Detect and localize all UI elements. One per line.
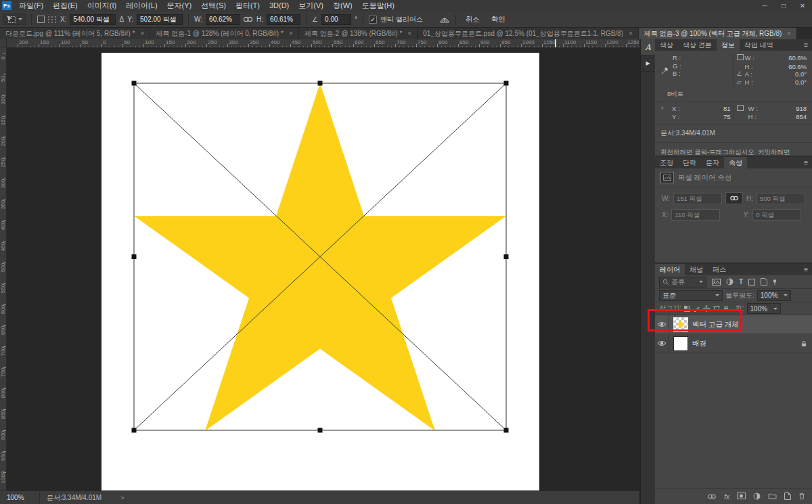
menu-item-2[interactable]: 이미지(I) [83,0,121,12]
prop-width-field[interactable]: 151 픽셀 [673,193,722,204]
tab-close-icon[interactable]: × [629,30,633,37]
tab-paths[interactable]: 패스 [708,264,731,275]
horizontal-ruler[interactable]: 2001501005005010015020025030035040045050… [0,39,639,48]
document-tab-1[interactable]: 제목 없음-1 @ 128% (레이어 0, RGB/8#) *× [150,28,298,39]
y-position-field[interactable]: 502.00 픽셀 [137,14,183,25]
menu-item-0[interactable]: 파일(F) [14,0,48,12]
lock-position-icon[interactable] [703,305,710,312]
filter-pixel-layers-icon[interactable] [712,279,721,285]
layer-filter-dropdown[interactable]: 종류 [659,277,706,288]
tab-layers[interactable]: 레이어 [655,264,685,275]
close-button[interactable]: ✕ [793,0,812,12]
menu-item-8[interactable]: 보기(V) [294,0,328,12]
layer-style-button[interactable]: fx [724,493,729,501]
panel-menu-icon[interactable]: ≡ [800,157,812,168]
panel-menu-icon[interactable]: ≡ [800,264,812,275]
menu-item-3[interactable]: 레이어(L) [121,0,162,12]
menu-item-6[interactable]: 필터(T) [231,0,265,12]
tab-history[interactable]: 작업 내역 [740,39,778,51]
document-tab-0[interactable]: 다운로드.jpg @ 111% (레이어 5, RGB/8#) *× [0,28,150,39]
filter-type-layers-icon[interactable]: T [739,278,743,285]
tab-info[interactable]: 정보 [717,39,740,51]
antialias-checkbox[interactable]: ✓ [369,16,377,24]
new-layer-button[interactable] [784,492,791,501]
delete-layer-button[interactable] [798,492,805,501]
link-layers-button[interactable] [707,492,717,501]
filter-pin-icon[interactable] [773,279,777,285]
layer-name[interactable]: 배경 [692,339,706,348]
tab-color[interactable]: 색상 [655,39,678,51]
warp-mode-button[interactable] [439,15,450,24]
typography-panel-button[interactable]: A [641,39,655,55]
layer-thumbnail[interactable] [673,336,688,351]
transform-handle-0[interactable] [132,81,137,86]
blend-mode-dropdown[interactable]: 표준 [659,290,723,301]
document-tab-3[interactable]: 01_상업용무료폰트.psd @ 12.5% (01_상업용무료폰트1-1, R… [418,28,639,39]
height-scale-field[interactable]: 60.61% [267,14,300,25]
transform-handle-3[interactable] [132,254,137,259]
transform-handle-4[interactable] [504,254,509,259]
prop-x-field[interactable]: 110 픽셀 [671,209,720,221]
filter-smart-object-icon[interactable] [761,278,767,285]
menu-item-9[interactable]: 창(W) [328,0,357,12]
transform-handle-2[interactable] [504,81,509,86]
panel-menu-icon[interactable]: ≡ [800,39,812,51]
menu-item-4[interactable]: 문자(Y) [162,0,197,12]
add-adjustment-button[interactable] [753,492,761,501]
tab-swatches[interactable]: 색상 견본 [678,39,717,51]
tab-close-icon[interactable]: × [141,30,145,37]
reference-point-locator[interactable] [48,16,57,23]
document-tab-2[interactable]: 제목 없음-2 @ 138% (RGB/8#) *× [299,28,418,39]
lock-transparency-icon[interactable] [684,306,690,312]
tab-adjustments[interactable]: 조정 [655,157,678,168]
lock-all-icon[interactable] [723,305,729,312]
menu-item-7[interactable]: 3D(D) [265,0,294,12]
transform-handle-1[interactable] [318,81,323,86]
tab-paragraph[interactable]: 단락 [678,157,701,168]
layer-name[interactable]: 벡터 고급 개체 [692,320,739,329]
transform-handle-5[interactable] [132,428,137,433]
actions-panel-button[interactable]: ▶ [641,55,655,72]
transform-handle-7[interactable] [504,428,509,433]
relative-position-icon[interactable]: Δ [119,16,124,23]
tab-character[interactable]: 문자 [701,157,724,168]
menu-item-5[interactable]: 선택(S) [196,0,231,12]
reference-point-toggle[interactable] [37,16,45,23]
fill-dropdown[interactable]: 100% [747,303,781,314]
prop-y-field[interactable]: 0 픽셀 [752,209,801,221]
new-group-button[interactable] [768,492,777,501]
tab-close-icon[interactable]: × [289,30,293,37]
menu-item-10[interactable]: 도움말(H) [357,0,399,12]
commit-transform-button[interactable]: 확인 [487,15,510,24]
opacity-dropdown[interactable]: 100% [757,290,791,301]
width-scale-field[interactable]: 60.62% [206,14,240,25]
menu-item-1[interactable]: 편집(E) [48,0,83,12]
filter-adjustment-layers-icon[interactable] [726,278,734,285]
layer-visibility-toggle[interactable] [655,315,669,334]
tool-preset-dropdown[interactable] [3,14,26,25]
zoom-level-field[interactable]: 100% [0,491,40,504]
lock-artboard-icon[interactable] [713,306,720,312]
layer-row-vector-smart-object[interactable]: ★ 벡터 고급 개체 [655,315,812,334]
lock-pixels-icon[interactable] [694,306,700,312]
layer-row-background[interactable]: 배경 [655,334,812,353]
vertical-ruler[interactable]: 0501001502002503003504004505005506006507… [0,47,7,490]
add-mask-button[interactable] [737,492,746,501]
transform-handle-6[interactable] [318,428,323,433]
maintain-aspect-ratio-icon[interactable] [243,16,253,22]
maximize-button[interactable]: □ [774,0,793,12]
document-tab-4[interactable]: 제목 없음-3 @ 100% (벡터 고급 개체, RGB/8)× [639,28,797,39]
rotation-field[interactable]: 0.00 [321,14,351,25]
filter-shape-layers-icon[interactable] [748,279,755,285]
cancel-transform-button[interactable]: 취소 [461,15,484,24]
prop-height-field[interactable]: 500 픽셀 [757,193,805,204]
status-expander-icon[interactable]: > [120,495,124,501]
minimize-button[interactable]: ─ [755,0,774,12]
layer-visibility-toggle[interactable] [655,334,669,352]
tab-channels[interactable]: 채널 [685,264,708,275]
layer-thumbnail[interactable]: ★ [673,317,688,332]
x-position-field[interactable]: 540.00 픽셀 [70,14,116,25]
link-dimensions-button[interactable] [725,192,743,204]
tab-properties[interactable]: 속성 [724,157,747,168]
tab-close-icon[interactable]: × [787,30,791,37]
